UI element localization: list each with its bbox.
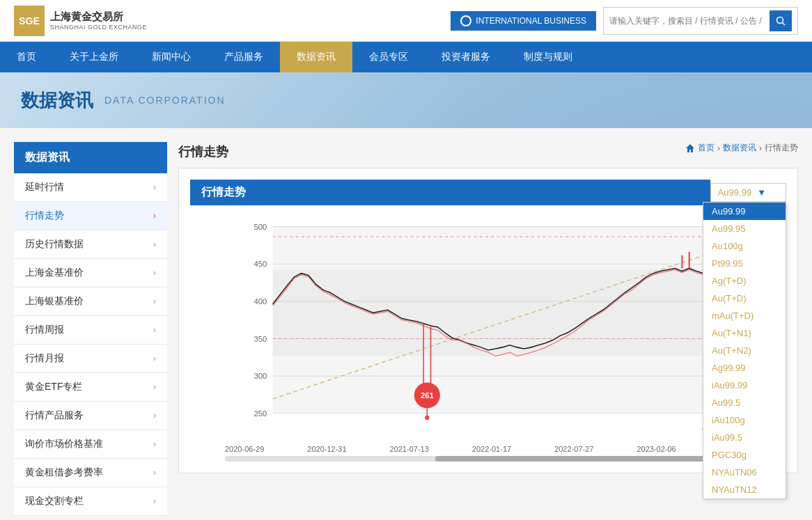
svg-text:400: 400 <box>253 297 267 306</box>
svg-point-0 <box>777 17 783 23</box>
dropdown-selected-value: Au99.99 <box>718 187 751 198</box>
x-label-4: 2022-07-27 <box>554 445 593 453</box>
chevron-icon: › <box>153 182 156 192</box>
search-button[interactable] <box>770 10 792 31</box>
logo-box: SGE <box>14 6 45 36</box>
chevron-icon: › <box>153 325 156 335</box>
nav-item-about[interactable]: 关于上金所 <box>53 42 135 72</box>
chevron-icon: › <box>153 297 156 306</box>
page-header: 数据资讯 DATA CORPORATION <box>0 72 812 128</box>
svg-text:450: 450 <box>253 260 267 268</box>
sidebar-header: 数据资讯 <box>14 142 167 173</box>
x-label-5: 2023-02-06 <box>637 445 676 453</box>
sidebar-item-lease-rate[interactable]: 黄金租借参考费率 › <box>14 459 167 487</box>
sidebar-item-delayed[interactable]: 延时行情 › <box>14 173 167 202</box>
dropdown-item-iau100g[interactable]: iAu100g <box>703 411 786 429</box>
dropdown-item-ag9999[interactable]: Ag99.99 <box>703 359 786 377</box>
sidebar-item-trend[interactable]: 行情走势 › <box>14 202 167 230</box>
dropdown-item-iau9999[interactable]: iAu99.99 <box>703 377 786 394</box>
content-area: 行情走势 首页 › 数据资讯 › 行情走势 行情走势 Au99.99 ▼ <box>178 142 798 516</box>
dropdown-item-au100g[interactable]: Au100g <box>703 237 786 255</box>
international-business-button[interactable]: INTERNATIONAL BUSINESS <box>451 11 596 31</box>
page-title: 数据资讯 <box>21 88 93 113</box>
nav-item-data[interactable]: 数据资讯 <box>280 42 352 72</box>
sidebar-item-inquiry[interactable]: 询价市场价格基准 › <box>14 430 167 459</box>
sidebar-item-etf[interactable]: 黄金ETF专栏 › <box>14 373 167 402</box>
nav-item-rules[interactable]: 制度与规则 <box>507 42 589 72</box>
logo-text: 上海黄金交易所 SHANGHAI GOLD EXCHANGE <box>50 10 147 31</box>
svg-text:250: 250 <box>253 409 267 418</box>
breadcrumb: 首页 › 数据资讯 › 行情走势 <box>685 142 798 154</box>
sidebar-item-cash-delivery[interactable]: 现金交割专栏 › <box>14 487 167 516</box>
dropdown-item-pgc30g[interactable]: PGC30g <box>703 446 786 464</box>
page-subtitle: DATA CORPORATION <box>104 95 226 106</box>
dropdown-item-autd[interactable]: Au(T+D) <box>703 290 786 307</box>
sidebar-item-history[interactable]: 历史行情数据 › <box>14 230 167 259</box>
nav-item-investors[interactable]: 投资者服务 <box>425 42 507 72</box>
nav-item-news[interactable]: 新闻中心 <box>135 42 208 72</box>
chevron-icon-active: › <box>153 211 156 221</box>
dropdown-item-nyautn12[interactable]: NYAuTN12 <box>703 481 786 498</box>
chart-section-title: 行情走势 <box>190 180 710 205</box>
chevron-icon: › <box>153 382 156 392</box>
breadcrumb-home[interactable]: 首页 <box>698 142 715 154</box>
nav-item-home[interactable]: 首页 <box>0 42 53 72</box>
dropdown-item-mautd[interactable]: mAu(T+D) <box>703 307 786 324</box>
sidebar-item-silver-benchmark[interactable]: 上海银基准价 › <box>14 287 167 316</box>
chevron-icon: › <box>153 496 156 506</box>
main-nav: 首页 关于上金所 新闻中心 产品服务 数据资讯 会员专区 投资者服务 制度与规则 <box>0 42 812 72</box>
dropdown-item-iau995[interactable]: iAu99.5 <box>703 429 786 446</box>
chevron-icon: › <box>153 439 156 449</box>
breadcrumb-parent[interactable]: 数据资讯 <box>723 142 756 154</box>
product-dropdown-button[interactable]: Au99.99 ▼ <box>710 183 786 202</box>
logo-area: SGE 上海黄金交易所 SHANGHAI GOLD EXCHANGE <box>14 6 147 36</box>
chevron-icon: › <box>153 411 156 420</box>
dropdown-item-nyautn06[interactable]: NYAuTN06 <box>703 464 786 481</box>
x-label-0: 2020-06-29 <box>225 445 264 453</box>
chart-area: 500 450 400 350 300 250 <box>190 212 786 442</box>
chevron-icon: › <box>153 468 156 478</box>
x-label-3: 2022-01-17 <box>472 445 511 453</box>
nav-item-products[interactable]: 产品服务 <box>208 42 280 72</box>
sidebar-item-gold-benchmark[interactable]: 上海金基准价 › <box>14 259 167 287</box>
logo-cn: 上海黄金交易所 <box>50 10 147 24</box>
page-header-bg <box>464 72 812 128</box>
sidebar: 数据资讯 延时行情 › 行情走势 › 历史行情数据 › 上海金基准价 › 上海银… <box>14 142 167 516</box>
dropdown-item-au9999[interactable]: Au99.99 <box>703 203 786 220</box>
svg-point-27 <box>425 416 429 420</box>
dropdown-item-agtd[interactable]: Ag(T+D) <box>703 272 786 290</box>
intl-button-label: INTERNATIONAL BUSINESS <box>476 16 586 26</box>
sidebar-item-product-service[interactable]: 行情产品服务 › <box>14 402 167 430</box>
search-input[interactable] <box>609 16 764 26</box>
dropdown-item-au995[interactable]: Au99.5 <box>703 394 786 411</box>
sidebar-item-monthly[interactable]: 行情月报 › <box>14 345 167 373</box>
breadcrumb-current: 行情走势 <box>765 142 798 154</box>
svg-line-1 <box>783 22 786 25</box>
product-dropdown-wrapper: Au99.99 ▼ Au99.99 Au99.95 Au100g Pt99.95… <box>710 183 786 202</box>
search-icon <box>776 16 786 26</box>
dropdown-item-autn2[interactable]: Au(T+N2) <box>703 342 786 359</box>
svg-text:300: 300 <box>253 372 267 380</box>
home-icon <box>685 143 695 153</box>
dropdown-item-autn1[interactable]: Au(T+N1) <box>703 324 786 342</box>
x-label-2: 2021-07-13 <box>390 445 429 453</box>
x-axis-labels: 2020-06-29 2020-12-31 2021-07-13 2022-01… <box>190 442 786 453</box>
nav-item-members[interactable]: 会员专区 <box>352 42 425 72</box>
dropdown-item-au9995[interactable]: Au99.95 <box>703 220 786 237</box>
svg-text:350: 350 <box>253 335 267 343</box>
svg-text:500: 500 <box>253 223 267 231</box>
price-chart: 500 450 400 350 300 250 <box>190 212 786 442</box>
chart-scrollbar[interactable] <box>225 456 751 462</box>
globe-icon <box>460 15 471 26</box>
chevron-icon: › <box>153 354 156 363</box>
chart-header: 行情走势 Au99.99 ▼ Au99.99 Au99.95 Au100g Pt… <box>190 180 786 205</box>
x-label-1: 2020-12-31 <box>307 445 346 453</box>
logo-abbreviation: SGE <box>19 15 40 26</box>
svg-rect-19 <box>273 270 726 356</box>
search-bar <box>603 7 798 35</box>
chart-container: 行情走势 Au99.99 ▼ Au99.99 Au99.95 Au100g Pt… <box>178 168 798 473</box>
main-layout: 数据资讯 延时行情 › 行情走势 › 历史行情数据 › 上海金基准价 › 上海银… <box>0 128 812 520</box>
sidebar-item-weekly[interactable]: 行情周报 › <box>14 316 167 345</box>
svg-text:261: 261 <box>421 391 434 400</box>
dropdown-item-pt9995[interactable]: Pt99.95 <box>703 255 786 272</box>
